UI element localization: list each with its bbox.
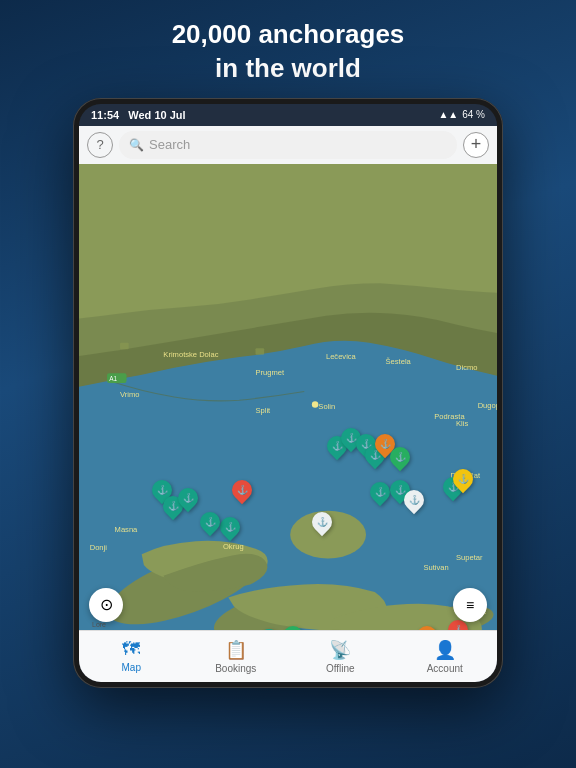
map-pin[interactable]: ⚓ [370, 482, 390, 502]
tab-map[interactable]: 🗺 Map [79, 635, 184, 677]
tab-bookings-label: Bookings [215, 663, 256, 674]
tab-map-icon: 🗺 [122, 639, 140, 660]
map-pin[interactable]: ⚓ [259, 629, 279, 630]
add-button[interactable]: + [463, 132, 489, 158]
tab-account-icon: 👤 [434, 639, 456, 661]
tab-account[interactable]: 👤 Account [393, 635, 498, 678]
svg-text:Šestela: Šestela [386, 357, 412, 366]
locate-icon: ⊙ [100, 595, 113, 614]
map-pin[interactable]: ⚓ [417, 626, 437, 630]
svg-text:Masna: Masna [115, 525, 139, 534]
search-placeholder: Search [149, 137, 190, 152]
help-button[interactable]: ? [87, 132, 113, 158]
search-bar[interactable]: 🔍 Search [119, 131, 457, 159]
status-date: Wed 10 Jul [128, 109, 185, 121]
svg-text:Dugopi: Dugopi [478, 400, 497, 409]
svg-rect-7 [255, 348, 264, 355]
svg-text:Split: Split [255, 406, 271, 415]
wifi-icon: ▲▲ [438, 109, 458, 120]
svg-text:Supetar: Supetar [456, 552, 483, 561]
tab-offline-icon: 📡 [329, 639, 351, 661]
locate-button[interactable]: ⊙ [89, 588, 123, 622]
svg-text:Donji: Donji [90, 542, 108, 551]
map-pin[interactable]: ⚓ [448, 620, 468, 629]
battery-status: 64 % [462, 109, 485, 120]
svg-text:Lečevica: Lečevica [326, 352, 357, 361]
svg-text:A1: A1 [109, 374, 117, 381]
svg-text:Dicmo: Dicmo [456, 363, 477, 372]
svg-text:Solin: Solin [318, 402, 335, 411]
tab-offline-label: Offline [326, 663, 355, 674]
search-icon: 🔍 [129, 138, 144, 152]
bottom-tab-bar: 🗺 Map 📋 Bookings 📡 Offline 👤 Account [79, 630, 497, 682]
map-pin[interactable]: ⚓ [220, 517, 240, 537]
tab-bookings[interactable]: 📋 Bookings [184, 635, 289, 678]
svg-text:Okrug: Okrug [223, 541, 244, 550]
filter-icon: ≡ [466, 597, 474, 613]
tab-offline[interactable]: 📡 Offline [288, 635, 393, 678]
svg-text:Podrasta: Podrasta [434, 411, 465, 420]
map-area[interactable]: Solin Split Okrug Masna Donji Šolta Suti… [79, 164, 497, 630]
status-time: 11:54 [91, 109, 119, 121]
top-bar: ? 🔍 Search + [79, 126, 497, 164]
svg-rect-6 [120, 342, 129, 349]
svg-text:Sutivan: Sutivan [423, 563, 448, 572]
svg-text:Krimotske Dolac: Krimotske Dolac [163, 349, 218, 358]
tab-account-label: Account [427, 663, 463, 674]
status-bar: 11:54 Wed 10 Jul ▲▲ 64 % [79, 104, 497, 126]
svg-text:Prugmet: Prugmet [255, 368, 285, 377]
map-pin[interactable]: ⚓ [178, 488, 198, 508]
filter-button[interactable]: ≡ [453, 588, 487, 622]
map-pin[interactable]: ⚓ [232, 480, 252, 500]
map-pin[interactable]: ⚓ [200, 512, 220, 532]
map-label: Lore [92, 621, 106, 628]
headline: 20,000 anchorages in the world [172, 18, 405, 86]
map-pin[interactable]: ⚓ [312, 512, 332, 532]
tab-bookings-icon: 📋 [225, 639, 247, 661]
tab-map-label: Map [122, 662, 141, 673]
map-pin[interactable]: ⚓ [390, 447, 410, 467]
svg-text:Vrimo: Vrimo [120, 390, 140, 399]
map-pin[interactable]: ⚓ [404, 490, 424, 510]
map-pin[interactable]: ⚓ [453, 469, 473, 489]
map-pin[interactable]: ⚓ [283, 626, 303, 630]
tablet-frame: 11:54 Wed 10 Jul ▲▲ 64 % ? 🔍 Search + [73, 98, 503, 688]
